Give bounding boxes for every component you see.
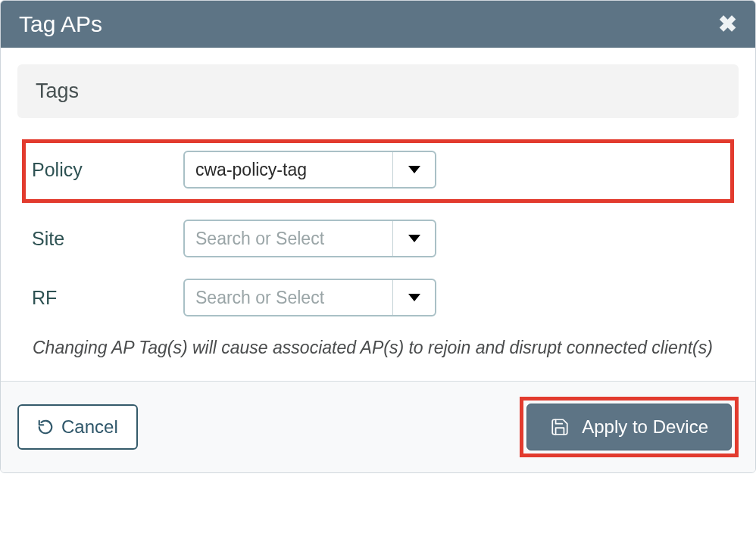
close-icon[interactable]: ✖ — [718, 13, 737, 36]
tag-aps-modal: Tag APs ✖ Tags Policy cwa-policy-tag Sit… — [0, 0, 756, 473]
policy-select-value: cwa-policy-tag — [185, 152, 392, 187]
policy-row: Policy cwa-policy-tag — [22, 139, 734, 203]
chevron-down-icon — [408, 294, 420, 301]
form-rows: Policy cwa-policy-tag Site Search or Sel… — [17, 139, 739, 376]
section-title: Tags — [36, 79, 79, 102]
save-icon — [550, 417, 570, 437]
rf-row: RF Search or Select — [22, 273, 734, 327]
undo-icon — [37, 419, 54, 435]
policy-label: Policy — [32, 159, 183, 181]
modal-title: Tag APs — [19, 11, 102, 37]
warning-text: Changing AP Tag(s) will cause associated… — [22, 332, 734, 375]
apply-button[interactable]: Apply to Device — [526, 404, 732, 450]
site-select-placeholder: Search or Select — [185, 221, 392, 256]
site-select[interactable]: Search or Select — [183, 220, 436, 257]
policy-select-caret — [392, 152, 435, 187]
chevron-down-icon — [408, 166, 420, 173]
policy-select[interactable]: cwa-policy-tag — [183, 151, 436, 189]
rf-select[interactable]: Search or Select — [183, 279, 436, 316]
modal-header: Tag APs ✖ — [1, 1, 755, 48]
section-header: Tags — [17, 64, 739, 118]
rf-label: RF — [32, 287, 183, 309]
site-row: Site Search or Select — [22, 214, 734, 268]
site-label: Site — [32, 228, 183, 250]
modal-footer: Cancel Apply to Device — [1, 381, 755, 472]
cancel-button-label: Cancel — [61, 416, 118, 438]
modal-body: Tags Policy cwa-policy-tag Site Search o… — [1, 48, 755, 381]
chevron-down-icon — [408, 235, 420, 242]
site-select-caret — [392, 221, 435, 256]
rf-select-caret — [392, 280, 435, 315]
apply-button-label: Apply to Device — [582, 416, 708, 438]
rf-select-placeholder: Search or Select — [185, 280, 392, 315]
cancel-button[interactable]: Cancel — [17, 404, 138, 450]
apply-highlight: Apply to Device — [520, 397, 739, 457]
